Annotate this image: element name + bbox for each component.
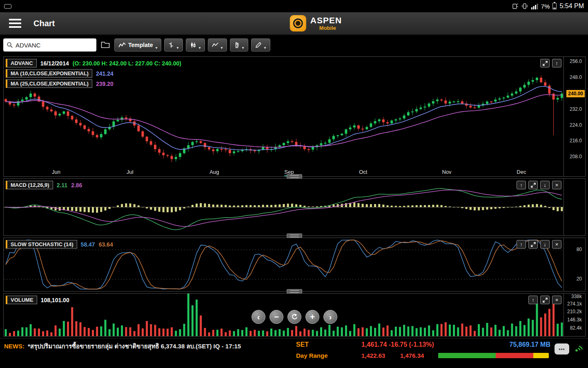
arrow-down-icon: ↓ [543,242,546,247]
signal-icon [531,3,538,9]
ohlc-bar-icon [168,42,174,48]
folder-icon [101,41,110,48]
stochastic-panel[interactable]: 8020 SLOW STOCHASTIC (14) 58.47 63.64 ↑ … [3,238,586,292]
month-label: Oct [359,169,367,175]
macd-tag[interactable]: MACD (12,26,9) [6,181,53,189]
template-label: Template [128,42,153,48]
panel-resize-handle[interactable] [287,174,302,179]
chevron-down-icon: ▾ [199,45,201,50]
menu-button[interactable] [9,19,21,29]
ohlc-values: (O: 230.00 H: 242.00 L: 227.00 C: 240.00… [73,60,181,67]
maximize-panel-button[interactable] [540,59,550,67]
symbol-search[interactable] [3,38,96,52]
bottom-bar: NEWS: *สรุปปริมาณการซื้อขายรายกลุ่ม ต่าง… [0,338,588,361]
stochastic-legend: SLOW STOCHASTIC (14) 58.47 63.64 [6,240,113,249]
volume-axis-label: 274.1k [567,301,582,307]
aspen-logo: ASPEN Mobile [290,15,342,31]
price-chart-panel[interactable]: 256.0248.0232.0224.0216.0208.0 240.00 AD… [3,56,586,177]
open-chart-button[interactable] [99,40,111,50]
set-label: SET [296,341,309,348]
move-panel-down-button[interactable]: ↓ [540,181,550,189]
day-range-low: 1,422.63 [361,352,385,359]
arrow-up-icon: ↑ [520,182,523,188]
vibrate-icon [521,3,528,9]
chevron-down-icon: ▾ [155,45,157,50]
zoom-out-button[interactable]: − [270,310,283,324]
logo-subtitle: Mobile [319,25,342,31]
chart-toolbar: Template ▾ ▾ ▾ ▾ ▾ ▾ [0,35,588,55]
range-segment [533,353,549,358]
volume-tag[interactable]: VOLUME [6,296,37,304]
panel-controls: ↑ × [528,296,561,304]
move-panel-up-button[interactable]: ↑ [528,296,538,304]
clock: 5:54 PM [559,2,584,10]
move-panel-up-button[interactable]: ↑ [552,59,561,67]
move-panel-up-button[interactable]: ↑ [517,240,526,249]
move-panel-up-button[interactable]: ↑ [517,181,526,189]
expand-icon [531,183,536,188]
panel-resize-handle[interactable] [287,233,302,238]
chevron-down-icon: ▾ [242,45,244,50]
maximize-panel-button[interactable] [540,296,550,304]
arrow-up-icon: ↑ [532,297,535,303]
market-summary: SET 1,461.74 -16.75 (-1.13%) 75,869.17 M… [296,340,550,361]
line-chart-icon [118,42,126,48]
month-label: Aug [209,169,219,175]
stochastic-tag[interactable]: SLOW STOCHASTIC (14) [6,240,77,249]
volume-axis-label: 338k [571,294,582,299]
bar-date: 16/12/2014 [40,60,69,67]
line-style-dropdown[interactable]: ▾ [208,38,227,52]
candlestick-style-dropdown[interactable]: ▾ [186,38,205,52]
day-range-bar [438,353,549,358]
maximize-panel-button[interactable] [528,181,538,189]
day-range-label: Day Range [296,352,328,359]
draw-tool-dropdown[interactable]: ▾ [251,38,270,52]
move-panel-down-button[interactable]: ↓ [540,240,550,249]
broadcast-button[interactable] [574,344,585,355]
pan-right-button[interactable]: › [323,310,337,324]
close-panel-button[interactable]: × [552,181,561,189]
template-dropdown[interactable]: Template ▾ [114,38,161,52]
symbol-search-input[interactable] [16,42,85,49]
arrow-down-icon: ↓ [543,182,546,188]
stochastic-d-value: 63.64 [99,241,113,248]
close-panel-button[interactable]: × [552,296,561,304]
logo-title: ASPEN [310,16,342,25]
ma10-tag[interactable]: MA (10,CLOSE,EXPONENTIAL) [6,69,92,78]
chevron-down-icon: ▾ [176,45,178,50]
price-axis: 256.0248.0232.0224.0216.0208.0 [564,57,585,176]
macd-signal-value: 2.86 [71,182,82,188]
chat-button[interactable]: ••• [555,343,569,355]
zoom-in-button[interactable]: + [305,310,319,324]
month-label: Nov [442,169,451,175]
price-axis-label: 256.0 [570,58,582,64]
macd-chart[interactable] [4,179,564,236]
volume-panel[interactable]: 338k274.1k210.2k146.3k82.4k VOLUME 108,1… [3,293,586,337]
volume-value: 108,101.00 [41,297,69,303]
ma25-tag[interactable]: MA (25,CLOSE,EXPONENTIAL) [6,79,92,88]
ma25-value: 239.20 [96,81,114,87]
hand-cursor-icon [234,42,240,48]
minus-icon: − [274,312,279,322]
cursor-tool-dropdown[interactable]: ▾ [230,38,248,52]
panel-resize-handle[interactable] [287,289,302,294]
macd-panel[interactable]: MACD (12,26,9) 2.11 2.86 ↑ ↓ × [3,178,586,236]
stochastic-axis: 8020 [564,238,585,291]
symbol-tag[interactable]: ADVANC [6,59,37,67]
chevron-right-icon: › [329,312,332,322]
status-bar: 7% 5:54 PM [0,0,588,12]
pan-left-button[interactable]: ‹ [252,310,265,324]
set-market-value: 75,869.17 MB [509,341,550,348]
network-icon [512,3,519,9]
price-axis-label: 248.0 [570,74,582,80]
reset-view-button[interactable] [287,310,301,324]
chart-nav-controls: ‹ − + › [252,310,337,324]
news-ticker[interactable]: *สรุปปริมาณการซื้อขายรายกลุ่ม ต่างชาติขา… [28,341,241,351]
battery-icon [552,3,557,9]
maximize-panel-button[interactable] [528,240,538,249]
set-change: 1,461.74 -16.75 (-1.13%) [361,341,434,348]
ohlc-style-dropdown[interactable]: ▾ [164,38,183,52]
time-axis: JunJulAugSepOctNovDec [4,168,564,176]
close-panel-button[interactable]: × [552,240,561,249]
volume-axis-label: 146.3k [567,317,582,323]
